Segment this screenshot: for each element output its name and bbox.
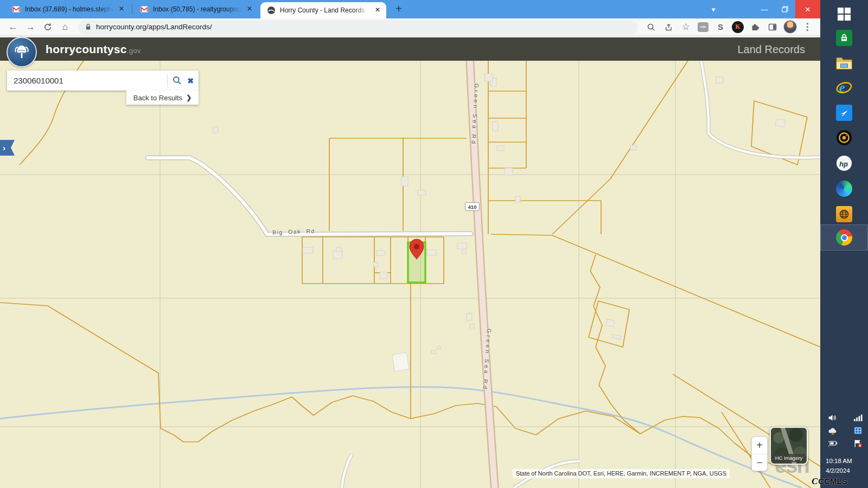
oak-tree-icon bbox=[12, 42, 31, 62]
taskbar-item-hp[interactable]: hp bbox=[820, 151, 868, 175]
taskbar-item-file-explorer[interactable] bbox=[820, 51, 868, 75]
windows-taskbar: e hp bbox=[820, 0, 868, 488]
land-records-page: Big Oak Rd Green Sea Rd Green Sea Rd 410… bbox=[0, 36, 820, 488]
gmail-icon bbox=[12, 5, 21, 14]
tray-clock[interactable]: 10:18 AM bbox=[826, 458, 852, 464]
zoom-in-button[interactable]: + bbox=[752, 437, 767, 454]
tab-land-records[interactable]: Horry County - Land Records ✕ bbox=[260, 2, 386, 18]
zoom-out-button[interactable]: − bbox=[752, 454, 767, 471]
start-button[interactable] bbox=[820, 2, 868, 26]
tab-title: Inbox (50,785) - realtygroupsc@g bbox=[153, 5, 242, 13]
camera-lens-icon bbox=[836, 130, 852, 146]
tab-title: Inbox (37,689) - holmes.stephen bbox=[25, 5, 114, 13]
tab-gmail-2[interactable]: Inbox (50,785) - realtygroupsc@g ✕ bbox=[133, 0, 258, 18]
taskbar-item-chrome-active[interactable] bbox=[820, 224, 868, 251]
basemap-toggle[interactable]: HC Imagery bbox=[770, 427, 808, 465]
taskbar-item-store[interactable] bbox=[820, 26, 868, 50]
onedrive-warning-icon[interactable] bbox=[828, 426, 838, 435]
battery-icon[interactable] bbox=[828, 439, 838, 447]
paperport-rocket-icon bbox=[836, 105, 852, 121]
globe-app-icon bbox=[836, 206, 852, 222]
gmail-icon bbox=[140, 5, 149, 14]
tab-separator bbox=[132, 4, 132, 15]
file-explorer-icon bbox=[836, 56, 852, 70]
new-tab-button[interactable]: + bbox=[392, 2, 406, 16]
chevron-right-icon: ❯ bbox=[186, 94, 192, 101]
map-attribution: State of North Carolina DOT, Esri, HERE,… bbox=[513, 469, 730, 478]
chrome-icon bbox=[836, 229, 852, 246]
back-to-results-label: Back to Results bbox=[133, 94, 182, 102]
page-title: Land Records bbox=[737, 43, 805, 56]
reload-button[interactable] bbox=[40, 20, 55, 35]
back-button[interactable]: ← bbox=[5, 20, 21, 35]
map-canvas[interactable] bbox=[0, 36, 820, 488]
browser-tab-strip: Inbox (37,689) - holmes.stephen ✕ Inbox … bbox=[0, 0, 820, 18]
clear-search-icon[interactable]: ✖ bbox=[187, 76, 194, 85]
site-header: horrycountysc.gov Land Records bbox=[0, 36, 820, 61]
tab-title: Horry County - Land Records bbox=[280, 7, 370, 14]
chevron-right-icon: › bbox=[3, 143, 5, 152]
url-text: horrycounty.org/apps/LandRecords/ bbox=[96, 23, 212, 31]
globe-icon bbox=[267, 6, 276, 15]
internet-explorer-icon: e bbox=[836, 80, 852, 96]
route-410-shield: 410 bbox=[465, 202, 480, 211]
search-icon[interactable] bbox=[173, 76, 182, 85]
restore-button[interactable] bbox=[775, 0, 795, 18]
action-center-flag-icon[interactable] bbox=[853, 439, 863, 448]
parcel-search-input[interactable] bbox=[7, 76, 167, 85]
county-logo[interactable] bbox=[7, 37, 37, 67]
bookmark-star-icon[interactable]: ☆ bbox=[678, 20, 693, 35]
tab-close-icon[interactable]: ✕ bbox=[373, 6, 382, 15]
taskbar-item-camera[interactable] bbox=[820, 126, 868, 150]
ccmls-watermark: CCCMLS bbox=[812, 476, 847, 487]
taskbar-item-internet-explorer[interactable]: e bbox=[820, 76, 868, 100]
tab-gmail-1[interactable]: Inbox (37,689) - holmes.stephen ✕ bbox=[5, 0, 130, 18]
map-zoom-control: + − bbox=[751, 436, 768, 471]
taskbar-item-edge[interactable] bbox=[820, 177, 868, 201]
tray-date[interactable]: 4/2/2024 bbox=[826, 467, 850, 474]
tray-app-icon[interactable] bbox=[853, 426, 863, 435]
share-icon[interactable] bbox=[661, 20, 676, 35]
reload-icon bbox=[43, 23, 52, 31]
lock-icon bbox=[85, 23, 92, 31]
back-to-results-link[interactable]: Back to Results ❯ bbox=[126, 91, 199, 105]
close-button[interactable]: ✕ bbox=[795, 0, 820, 18]
search-icon-group: ✖ bbox=[167, 74, 199, 87]
tab-close-icon[interactable]: ✕ bbox=[117, 5, 126, 14]
side-panel-icon[interactable] bbox=[765, 20, 780, 35]
parcel-search-panel: ✖ bbox=[7, 70, 199, 91]
restore-icon bbox=[782, 6, 788, 12]
home-button[interactable]: ⌂ bbox=[58, 20, 73, 35]
taskbar-item-paperport[interactable] bbox=[820, 101, 868, 125]
tab-search-chevron-icon[interactable]: ▾ bbox=[704, 0, 723, 18]
svg-text:hp: hp bbox=[839, 160, 848, 168]
screen: Inbox (37,689) - holmes.stephen ✕ Inbox … bbox=[0, 0, 868, 488]
microsoft-store-icon bbox=[836, 30, 852, 46]
devtools-extension-icon[interactable]: </> bbox=[695, 20, 711, 35]
window-controls: — ✕ bbox=[754, 0, 820, 18]
tab-close-icon[interactable]: ✕ bbox=[245, 5, 254, 14]
profile-avatar[interactable] bbox=[782, 20, 797, 35]
hp-icon: hp bbox=[836, 155, 852, 171]
address-bar[interactable]: horrycounty.org/apps/LandRecords/ bbox=[78, 20, 638, 34]
site-brand: horrycountysc.gov bbox=[46, 43, 141, 56]
basemap-label: HC Imagery bbox=[773, 454, 805, 462]
network-signal-icon[interactable] bbox=[853, 414, 863, 422]
ccmls-logo-icon: C bbox=[812, 476, 818, 486]
extensions-puzzle-icon[interactable] bbox=[748, 20, 763, 35]
browser-toolbar: ← → ⌂ horrycounty.org/apps/LandRecords/ … bbox=[0, 18, 820, 36]
edge-icon bbox=[836, 181, 852, 197]
browser-menu-kebab-icon[interactable]: ⋮ bbox=[800, 20, 815, 35]
s-extension-icon[interactable]: S bbox=[713, 20, 728, 35]
k-extension-icon[interactable]: K bbox=[730, 20, 745, 35]
windows-logo-icon bbox=[837, 7, 851, 21]
minimize-button[interactable]: — bbox=[754, 0, 775, 18]
volume-icon[interactable] bbox=[828, 414, 837, 422]
forward-button[interactable]: → bbox=[23, 20, 38, 35]
taskbar-item-globe-app[interactable] bbox=[820, 202, 868, 226]
zoom-page-icon[interactable] bbox=[643, 20, 659, 35]
site-brand-suffix: .gov bbox=[127, 47, 141, 55]
